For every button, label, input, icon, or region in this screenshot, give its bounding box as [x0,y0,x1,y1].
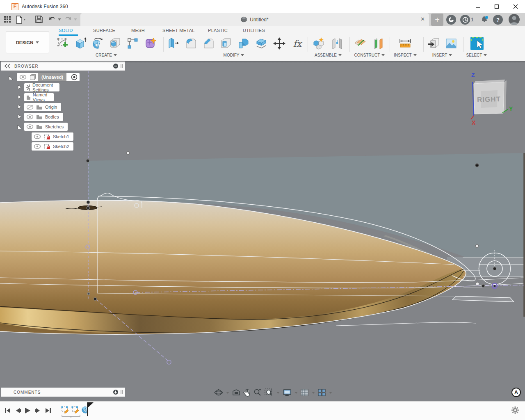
tab-sheet-metal[interactable]: SHEET METAL [162,28,195,33]
viewcube-face-label[interactable]: RIGHT [477,95,501,104]
timeline-go-start-button[interactable] [3,406,12,415]
browser-item-named-views[interactable]: Named Views [24,93,54,101]
viewport-canvas[interactable] [0,61,525,401]
file-menu-icon[interactable] [16,16,24,24]
app-grid-icon[interactable] [4,16,12,24]
extensions-icon[interactable] [446,15,456,25]
chevron-down-icon[interactable] [329,392,332,394]
group-label-assemble[interactable]: ASSEMBLE [311,53,345,57]
display-settings-icon[interactable] [283,389,292,397]
panel-grip-icon[interactable] [120,389,124,395]
joint-button[interactable] [329,35,345,52]
tab-solid[interactable]: SOLID [59,28,73,33]
new-tab-button[interactable]: + [431,14,443,26]
move-copy-button[interactable] [271,35,288,52]
browser-header[interactable]: BROWSER [1,62,125,71]
expander-open-icon[interactable] [8,75,13,80]
tab-utilities[interactable]: UTILITIES [243,28,265,33]
timeline-settings-gear-icon[interactable] [511,406,519,414]
change-parameters-button[interactable]: fx [289,35,306,52]
insert-derive-button[interactable] [425,35,442,52]
eye-icon[interactable] [19,75,27,80]
offset-plane-button[interactable] [370,35,386,52]
tab-plastic[interactable]: PLASTIC [208,28,228,33]
shell-button[interactable] [218,35,234,52]
timeline-step-forward-button[interactable] [33,406,42,415]
new-component-button[interactable] [310,35,326,52]
eye-icon[interactable] [34,134,41,139]
look-at-icon[interactable] [232,389,240,396]
browser-item-sketch2[interactable]: Sketch2 [32,142,73,151]
group-label-modify[interactable]: MODIFY [217,53,250,57]
activate-radio-icon[interactable] [69,74,80,80]
browser-item-document-settings[interactable]: Document Settings [24,83,59,91]
expander-closed-icon[interactable] [17,84,22,89]
expander-closed-icon[interactable] [17,104,22,109]
fit-icon[interactable] [265,388,274,397]
browser-item-sketches[interactable]: Sketches [24,123,68,131]
workspace-selector[interactable]: DESIGN [6,32,49,53]
timeline-go-end-button[interactable] [43,406,52,415]
construct-plane-button[interactable] [352,35,368,52]
tab-mesh[interactable]: MESH [131,28,145,33]
redo-icon[interactable] [64,16,78,24]
timeline-step-back-button[interactable] [14,406,23,415]
expander-closed-icon[interactable] [17,94,22,99]
assistant-button[interactable]: A [511,388,521,397]
expander-closed-icon[interactable] [17,114,22,119]
grid-settings-icon[interactable] [301,389,309,397]
browser-root-row[interactable]: (Unsaved) [17,73,80,81]
tab-close-icon[interactable]: ✕ [420,16,425,22]
group-label-create[interactable]: CREATE [90,53,123,57]
panel-grip-icon[interactable] [120,63,124,69]
browser-item-sketch1[interactable]: Sketch1 [32,132,73,141]
eye-off-icon[interactable] [26,105,34,110]
press-pull-button[interactable] [164,35,181,52]
eye-icon[interactable] [26,114,34,119]
job-status-icon[interactable] [460,15,470,25]
pan-icon[interactable] [243,389,251,397]
chevron-down-icon[interactable] [294,392,298,394]
eye-icon[interactable] [26,124,34,129]
select-button[interactable] [469,35,485,52]
create-sketch-button[interactable] [55,35,71,52]
maximize-button[interactable] [487,0,506,13]
offset-face-button[interactable] [253,35,269,52]
chevron-down-icon[interactable] [312,392,315,394]
browser-item-bodies[interactable]: Bodies [24,113,63,121]
notifications-bell-icon[interactable] [479,15,489,25]
save-icon[interactable] [35,16,43,24]
create-form-button[interactable] [142,35,158,52]
revolve-button[interactable] [90,35,106,52]
undo-icon[interactable] [48,16,62,24]
timeline-playhead[interactable] [86,402,94,417]
measure-button[interactable] [397,35,413,52]
zoom-icon[interactable] [253,388,262,397]
chevron-down-icon[interactable] [276,392,280,394]
chamfer-button[interactable] [201,35,217,52]
timeline-feature-sketch1[interactable] [60,404,70,415]
extrude-button[interactable] [72,35,89,52]
view-cube[interactable]: RIGHT Z X Y [461,70,517,127]
group-label-select[interactable]: SELECT [461,53,492,57]
group-label-insert[interactable]: INSERT [427,53,458,57]
avatar[interactable] [509,14,520,25]
help-icon[interactable]: ? [493,15,503,25]
expander-open-icon[interactable] [17,124,22,129]
hide-panel-icon[interactable] [113,63,119,69]
collapse-panel-icon[interactable] [4,64,13,68]
eye-icon[interactable] [34,144,41,149]
comments-bar[interactable]: COMMENTS [1,388,125,397]
timeline-feature-sketch2[interactable] [70,404,80,415]
fillet-button[interactable] [183,35,199,52]
rectangular-pattern-button[interactable] [124,35,141,52]
minimize-button[interactable] [468,0,487,13]
timeline-play-button[interactable] [23,406,32,415]
hole-button[interactable] [107,35,123,52]
orbit-icon[interactable] [214,388,223,397]
group-label-construct[interactable]: CONSTRUCT [351,53,388,57]
group-label-inspect[interactable]: INSPECT [389,53,422,57]
chevron-down-icon[interactable] [226,392,229,394]
add-comment-icon[interactable] [113,389,119,395]
canvas-button[interactable] [443,35,459,52]
